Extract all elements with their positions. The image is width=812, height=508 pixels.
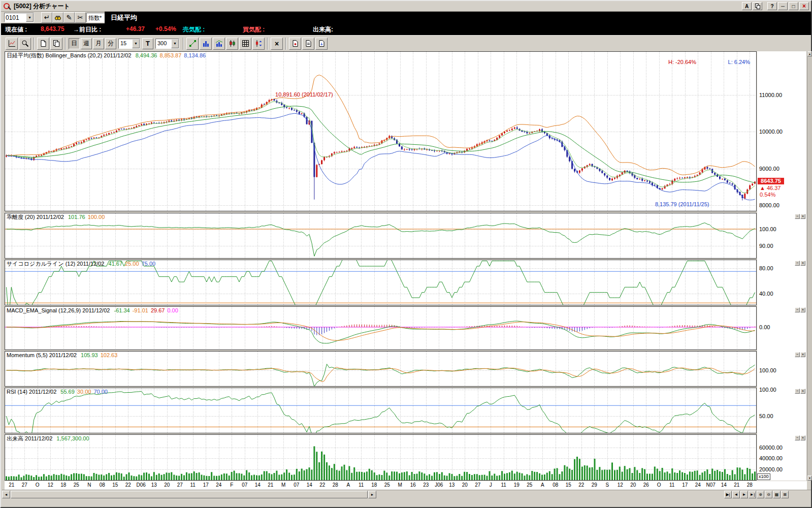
panel-minimize-button[interactable]: − xyxy=(795,261,800,266)
panel-main-plot[interactable] xyxy=(5,52,756,211)
enter-button[interactable]: ↵ xyxy=(41,12,52,23)
scroll-up-button[interactable]: ▲ xyxy=(807,51,812,56)
save-chart-button[interactable] xyxy=(315,38,328,50)
minimize-button[interactable]: ─ xyxy=(778,2,788,10)
momentum-panel[interactable]: Momentum (5,5) 2011/12/02 105.93102.63 xyxy=(5,351,757,387)
step-right-button[interactable]: ► xyxy=(740,491,748,498)
x-axis-label: O xyxy=(30,482,45,488)
x-axis-label: 11 xyxy=(665,482,679,488)
x-axis-label: 21 xyxy=(5,482,19,488)
help-button[interactable]: ? xyxy=(767,2,777,10)
toolbar-separator xyxy=(285,38,286,50)
app-window: [5002] 分析チャート A ? ─ □ × ▼ ↵ ✎ ✂ 指数* ▼ 日経… xyxy=(0,0,812,508)
bid-label: 買気配 : xyxy=(243,25,265,34)
period-month-button[interactable]: 月 xyxy=(93,38,104,49)
scroll-right-button[interactable]: ► xyxy=(368,491,376,498)
new-page-button[interactable] xyxy=(37,38,49,50)
rsi-panel[interactable]: RSI (14) 2011/12/02 55.6930.0070.00 xyxy=(5,388,757,433)
period-minute-button[interactable]: 分 xyxy=(105,38,116,49)
bar-line-chart-button[interactable] xyxy=(213,38,225,50)
panel-close-button[interactable]: × xyxy=(800,435,805,440)
interval-dropdown-icon[interactable]: ▼ xyxy=(132,39,140,48)
panel-kairi-plot[interactable] xyxy=(5,213,756,258)
candle-style-button[interactable] xyxy=(226,38,238,50)
annotate-button[interactable]: A xyxy=(742,2,752,10)
jump-latest-button[interactable]: ▶| xyxy=(724,491,732,498)
panel-close-button[interactable]: × xyxy=(800,352,805,357)
bar-count-dropdown-icon[interactable]: ▼ xyxy=(171,39,179,48)
toolbar-separator xyxy=(267,38,268,50)
period-week-button[interactable]: 週 xyxy=(81,38,92,49)
scroll-left-button[interactable]: ◄ xyxy=(2,491,10,498)
scrollbar-thumb[interactable] xyxy=(11,491,368,498)
symbol-code-dropdown-icon[interactable]: ▼ xyxy=(26,13,34,22)
maximize-button[interactable]: □ xyxy=(789,2,798,10)
panel-rsi-plot[interactable] xyxy=(5,388,756,433)
jump-right-button[interactable]: ►| xyxy=(749,491,756,498)
scroll-down-button[interactable]: ▼ xyxy=(807,475,812,481)
close-view-button[interactable]: ⊠ xyxy=(781,491,789,498)
panel-minimize-button[interactable]: − xyxy=(795,214,800,219)
horizontal-scrollbar[interactable]: ◄ ► ▶| ◄ ► ►| ⊕ ⊖ ▦ ⊠ xyxy=(2,490,811,498)
panel-minimize-button[interactable]: − xyxy=(795,435,800,440)
symbol-code-input[interactable] xyxy=(5,13,26,22)
zoom-out-button[interactable]: ⊖ xyxy=(765,491,772,498)
snapshot-button[interactable] xyxy=(289,38,301,50)
panel-minimize-button[interactable]: − xyxy=(795,352,800,357)
bar-chart-button[interactable] xyxy=(200,38,212,50)
vertical-scrollbar[interactable]: ▲ ▼ xyxy=(807,51,812,481)
copy-page-button[interactable] xyxy=(50,38,62,50)
x-axis-label: 18 xyxy=(56,482,71,488)
x-axis-label: 14 xyxy=(250,482,265,488)
x-axis-label: 20 xyxy=(458,482,472,488)
step-left-button[interactable]: ◄ xyxy=(732,491,740,498)
search-button[interactable] xyxy=(52,12,63,23)
panel-close-button[interactable]: × xyxy=(800,214,805,219)
panel-close-button[interactable]: × xyxy=(800,307,805,312)
panel-minimize-button[interactable]: − xyxy=(795,307,800,312)
period-day-button[interactable]: 日 xyxy=(69,38,80,49)
print-button[interactable] xyxy=(302,38,314,50)
panel-header: RSI (14) 2011/12/02 55.6930.0070.00 xyxy=(7,388,110,395)
axis-tick-label: 50.00 xyxy=(759,413,773,419)
x-axis-label: 12 xyxy=(613,482,627,488)
x-axis-label: 28 xyxy=(742,482,757,488)
close-button[interactable]: × xyxy=(799,2,809,10)
index-type-value[interactable]: 指数* xyxy=(87,13,105,22)
x-axis-label: 24 xyxy=(691,482,705,488)
panel-close-button[interactable]: × xyxy=(800,389,805,394)
symbol-name: 日経平均 xyxy=(111,13,137,22)
volume-panel[interactable]: 出来高 2011/12/02 1,567,300.00 xyxy=(5,434,757,481)
bar-count-value[interactable]: 300 xyxy=(156,39,171,48)
quote-bar: 現在値 : 8,643.75 →前日比 : +46.37 +0.54% 売気配 … xyxy=(1,23,811,35)
x-axis-label: A xyxy=(341,482,355,488)
edit-button[interactable]: ✎ xyxy=(63,12,75,23)
zoom-in-button[interactable]: ⊕ xyxy=(757,491,764,498)
compare-chart-button[interactable] xyxy=(252,38,265,50)
axis-tick-label: 90.00 xyxy=(759,243,773,249)
macd-panel[interactable]: MACD_EMA_Signal (12,26,9) 2011/12/02 -61… xyxy=(5,306,757,350)
panel-minimize-button[interactable]: − xyxy=(795,389,800,394)
clear-drawings-button[interactable]: × xyxy=(271,38,283,50)
x-axis-label: 18 xyxy=(367,482,381,488)
symbol-name-bar: 日経平均 xyxy=(105,12,811,23)
interval-value[interactable]: 15 xyxy=(119,39,132,48)
x-axis-label: 27 xyxy=(173,482,187,488)
trendline-button[interactable] xyxy=(186,38,199,50)
x-axis-label: 20 xyxy=(160,482,174,488)
panel-close-button[interactable]: × xyxy=(800,261,805,266)
main-chart-panel[interactable]: 日経平均(指数) Bollinger_Bands (20,2) 2011/12/… xyxy=(5,51,757,211)
panel-volume-plot[interactable] xyxy=(5,435,756,480)
grid-button[interactable]: ▦ xyxy=(773,491,781,498)
kairi-panel[interactable]: 乖離度 (20) 2011/12/02 101.76100.00 xyxy=(5,213,757,259)
copy-window-button[interactable] xyxy=(753,2,762,10)
zoom-button[interactable] xyxy=(19,38,31,50)
axis-tick-label: 20000.00 xyxy=(759,466,783,472)
low-percent-label: L: 6.24% xyxy=(728,59,750,65)
psychological-line-panel[interactable]: サイコロジカルライン (12) 2011/12/02 41.6725.0075.… xyxy=(5,260,757,305)
cut-button[interactable]: ✂ xyxy=(75,12,86,23)
tick-button[interactable]: T xyxy=(142,38,153,49)
chart-type-button[interactable] xyxy=(6,38,18,50)
panel-header: Momentum (5,5) 2011/12/02 105.93102.63 xyxy=(7,352,120,359)
grid-toggle-button[interactable] xyxy=(239,38,251,50)
